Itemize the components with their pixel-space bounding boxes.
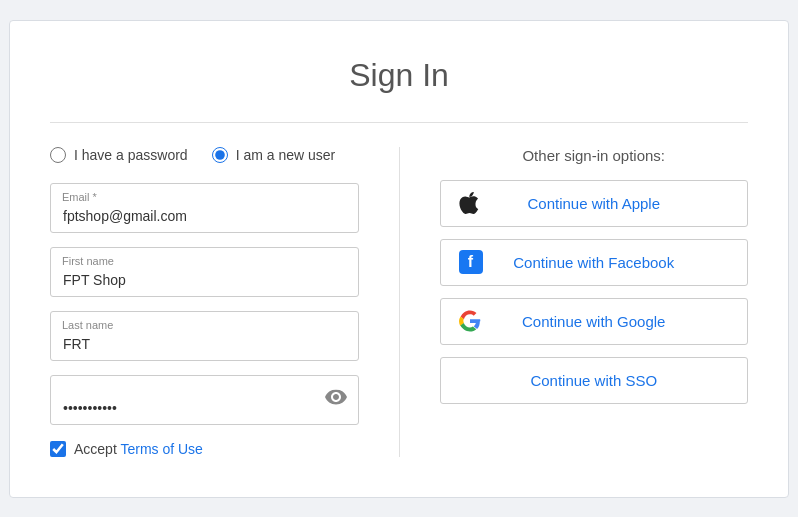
continue-facebook-button[interactable]: f Continue with Facebook — [440, 239, 749, 286]
email-field-group: Email * — [50, 183, 359, 233]
last-name-input[interactable] — [50, 311, 359, 361]
password-wrapper — [50, 375, 359, 425]
facebook-icon: f — [459, 250, 483, 274]
password-field-group: Password * — [50, 375, 359, 425]
continue-facebook-label: Continue with Facebook — [513, 254, 674, 271]
continue-sso-label: Continue with SSO — [530, 372, 657, 389]
accept-checkbox[interactable] — [50, 441, 66, 457]
accept-label: Accept — [74, 441, 120, 457]
right-panel: Other sign-in options: Continue with App… — [400, 147, 749, 457]
accept-text: Accept Terms of Use — [74, 441, 203, 457]
last-name-field-group: Last name — [50, 311, 359, 361]
radio-new-user-label: I am a new user — [236, 147, 336, 163]
radio-password[interactable] — [50, 147, 66, 163]
first-name-input[interactable] — [50, 247, 359, 297]
google-icon — [459, 310, 481, 332]
radio-password-label: I have a password — [74, 147, 188, 163]
divider — [50, 122, 748, 123]
password-input[interactable] — [50, 375, 359, 425]
content-area: I have a password I am a new user Email … — [50, 147, 748, 457]
other-options-heading: Other sign-in options: — [440, 147, 749, 164]
radio-new-user[interactable] — [212, 147, 228, 163]
email-input[interactable] — [50, 183, 359, 233]
toggle-password-icon[interactable] — [325, 389, 347, 410]
continue-sso-button[interactable]: Continue with SSO — [440, 357, 749, 404]
first-name-field-group: First name — [50, 247, 359, 297]
page-title: Sign In — [50, 57, 748, 94]
continue-google-button[interactable]: Continue with Google — [440, 298, 749, 345]
continue-apple-button[interactable]: Continue with Apple — [440, 180, 749, 227]
left-panel: I have a password I am a new user Email … — [50, 147, 400, 457]
apple-icon — [459, 192, 479, 214]
accept-row: Accept Terms of Use — [50, 441, 359, 457]
radio-option-new-user[interactable]: I am a new user — [212, 147, 336, 163]
continue-apple-label: Continue with Apple — [527, 195, 660, 212]
terms-link[interactable]: Terms of Use — [120, 441, 202, 457]
radio-option-password[interactable]: I have a password — [50, 147, 188, 163]
radio-group: I have a password I am a new user — [50, 147, 359, 163]
continue-google-label: Continue with Google — [522, 313, 665, 330]
sign-in-card: Sign In I have a password I am a new use… — [9, 20, 789, 498]
